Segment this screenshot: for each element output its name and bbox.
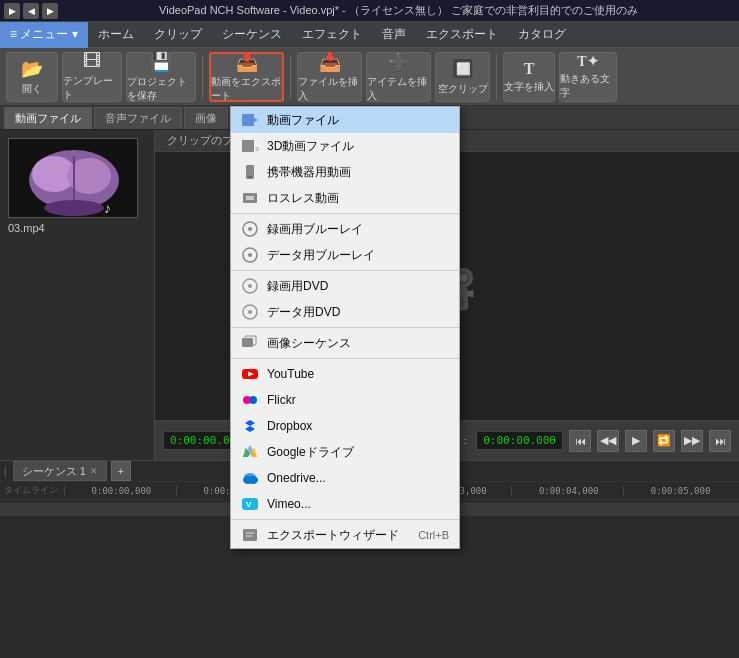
export-flickr-label: Flickr	[267, 393, 296, 407]
export-bd-data-label: データ用ブルーレイ	[267, 247, 375, 264]
svg-point-20	[248, 284, 252, 288]
export-3d-label: 3D動画ファイル	[267, 138, 354, 155]
export-lossless-label: ロスレス動画	[267, 190, 339, 207]
export-dvd-rec-item[interactable]: 録画用DVD	[231, 273, 459, 299]
export-bd-rec-item[interactable]: 録画用ブルーレイ	[231, 216, 459, 242]
export-bd-data-item[interactable]: データ用ブルーレイ	[231, 242, 459, 268]
video-file-icon	[241, 111, 259, 129]
svg-point-35	[244, 473, 256, 481]
export-3d-file-item[interactable]: 3D 3D動画ファイル	[231, 133, 459, 159]
export-dvd-rec-label: 録画用DVD	[267, 278, 328, 295]
export-video-file-label: 動画ファイル	[267, 112, 339, 129]
export-gdrive-label: Googleドライブ	[267, 444, 354, 461]
export-mobile-label: 携帯機器用動画	[267, 164, 351, 181]
svg-marker-29	[245, 420, 255, 432]
export-onedrive-item[interactable]: Onedrive...	[231, 465, 459, 491]
bd-data-icon	[241, 246, 259, 264]
svg-rect-23	[242, 338, 253, 347]
svg-point-22	[248, 310, 252, 314]
export-image-seq-label: 画像シーケンス	[267, 335, 351, 352]
export-image-seq-item[interactable]: 画像シーケンス	[231, 330, 459, 356]
export-bd-rec-label: 録画用ブルーレイ	[267, 221, 363, 238]
onedrive-icon	[241, 469, 259, 487]
export-gdrive-item[interactable]: Googleドライブ	[231, 439, 459, 465]
dvd-data-icon	[241, 303, 259, 321]
dropdown-sep-2	[231, 270, 459, 271]
export-youtube-item[interactable]: YouTube	[231, 361, 459, 387]
export-vimeo-item[interactable]: V Vimeo...	[231, 491, 459, 517]
export-dropdown-menu: 動画ファイル 3D 3D動画ファイル 携帯機器用動画 ロスレス動画 録画用ブルー…	[230, 106, 460, 549]
svg-text:V: V	[246, 500, 252, 509]
export-mobile-item[interactable]: 携帯機器用動画	[231, 159, 459, 185]
export-dropbox-label: Dropbox	[267, 419, 312, 433]
svg-rect-14	[246, 196, 254, 200]
svg-rect-12	[248, 176, 252, 178]
dropdown-sep-3	[231, 327, 459, 328]
dropdown-sep-4	[231, 358, 459, 359]
wizard-icon	[241, 526, 259, 544]
export-youtube-label: YouTube	[267, 367, 314, 381]
image-seq-icon	[241, 334, 259, 352]
lossless-icon	[241, 189, 259, 207]
export-flickr-item[interactable]: Flickr	[231, 387, 459, 413]
export-video-file-item[interactable]: 動画ファイル	[231, 107, 459, 133]
export-vimeo-label: Vimeo...	[267, 497, 311, 511]
svg-point-18	[248, 253, 252, 257]
export-lossless-item[interactable]: ロスレス動画	[231, 185, 459, 211]
vimeo-icon: V	[241, 495, 259, 513]
dropdown-sep-1	[231, 213, 459, 214]
flickr-icon	[241, 391, 259, 409]
bd-rec-icon	[241, 220, 259, 238]
svg-rect-7	[242, 114, 254, 126]
3d-file-icon: 3D	[241, 137, 259, 155]
svg-marker-8	[254, 118, 258, 122]
export-dropbox-item[interactable]: Dropbox	[231, 413, 459, 439]
dropbox-icon	[241, 417, 259, 435]
svg-text:3D: 3D	[255, 146, 259, 152]
export-wizard-label: エクスポートウィザード	[267, 527, 399, 544]
export-dvd-data-item[interactable]: データ用DVD	[231, 299, 459, 325]
svg-point-28	[249, 396, 257, 404]
dvd-rec-icon	[241, 277, 259, 295]
export-wizard-item[interactable]: エクスポートウィザード Ctrl+B	[231, 522, 459, 548]
export-onedrive-label: Onedrive...	[267, 471, 326, 485]
mobile-icon	[241, 163, 259, 181]
svg-rect-38	[243, 529, 257, 541]
svg-rect-9	[242, 140, 254, 152]
gdrive-icon	[241, 443, 259, 461]
export-dvd-data-label: データ用DVD	[267, 304, 340, 321]
youtube-icon	[241, 365, 259, 383]
svg-point-16	[248, 227, 252, 231]
dropdown-sep-5	[231, 519, 459, 520]
export-wizard-shortcut: Ctrl+B	[418, 529, 449, 541]
